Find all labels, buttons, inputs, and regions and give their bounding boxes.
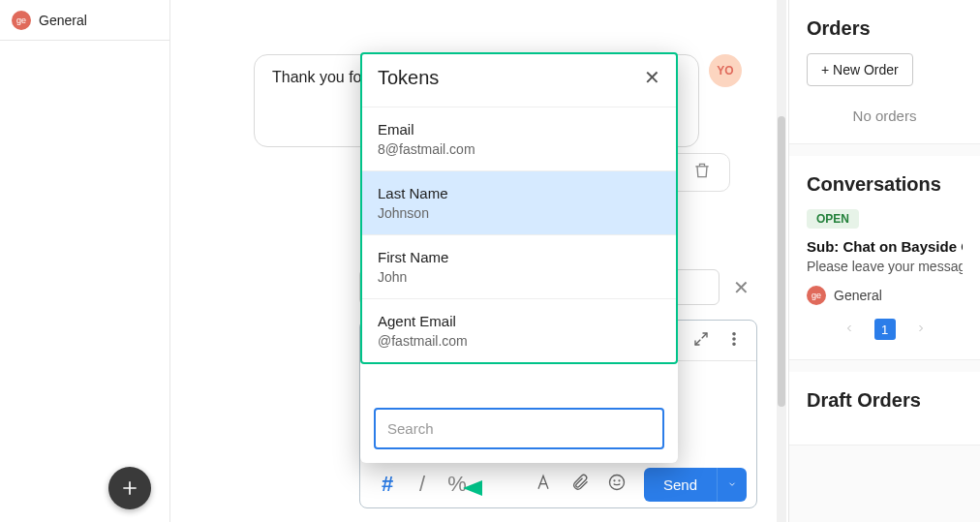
token-value: @fastmail.com <box>378 333 660 349</box>
token-item-email[interactable]: Email 8@fastmail.com <box>362 107 676 170</box>
center-panel: Thank you for contacting us! What can I … <box>170 0 788 522</box>
pager-current[interactable]: 1 <box>874 319 896 340</box>
pager-next-icon[interactable] <box>915 321 927 338</box>
fab-add-button[interactable] <box>108 467 151 509</box>
send-caret-button[interactable] <box>717 468 747 502</box>
conversation-meta: ge General <box>807 286 963 305</box>
slash-command-button[interactable]: / <box>411 467 434 502</box>
compose-toolbar-bottom: # / % Send <box>360 461 756 507</box>
conversation-subject: Sub: Chat on Bayside Cl <box>807 238 963 255</box>
tokens-inner: Tokens ✕ Email 8@fastmail.com Last Name … <box>360 52 678 364</box>
conversations-section: Conversations OPEN Sub: Chat on Bayside … <box>789 156 980 360</box>
sidebar-header[interactable]: ge General <box>0 0 169 41</box>
tokens-close-icon[interactable]: ✕ <box>644 66 660 89</box>
token-list: Email 8@fastmail.com Last Name Johnson F… <box>362 107 676 362</box>
svg-point-7 <box>609 476 624 490</box>
svg-point-6 <box>733 343 735 345</box>
token-item-lastname[interactable]: Last Name Johnson <box>362 170 676 234</box>
right-panel: Orders + New Order No orders Conversatio… <box>788 0 980 522</box>
hash-token-button[interactable]: # <box>376 467 399 502</box>
tokens-popover: Tokens ✕ Email 8@fastmail.com Last Name … <box>360 52 678 463</box>
send-button[interactable]: Send <box>644 468 717 502</box>
conversation-preview: Please leave your messag <box>807 259 963 274</box>
send-group: Send <box>644 468 747 502</box>
tokens-title: Tokens <box>378 67 439 89</box>
left-sidebar: ge General <box>0 0 170 522</box>
new-order-button[interactable]: + New Order <box>807 53 913 86</box>
channel-label: General <box>39 13 87 28</box>
expand-icon[interactable] <box>692 330 710 352</box>
conversation-card[interactable]: OPEN Sub: Chat on Bayside Cl Please leav… <box>807 209 963 305</box>
svg-point-4 <box>733 332 735 334</box>
attachment-icon[interactable] <box>570 473 590 496</box>
svg-point-9 <box>619 480 620 481</box>
token-value: John <box>378 269 660 285</box>
scrollbar-thumb[interactable] <box>778 116 785 407</box>
text-format-icon[interactable] <box>534 473 553 496</box>
tokens-search-input[interactable] <box>374 408 664 449</box>
channel-badge: ge <box>807 286 826 305</box>
orders-title: Orders <box>807 17 963 40</box>
pager-prev-icon[interactable] <box>843 321 855 338</box>
conversations-title: Conversations <box>807 173 963 196</box>
channel-badge: ge <box>12 11 31 30</box>
token-label: First Name <box>378 249 660 265</box>
draft-orders-title: Draft Orders <box>807 389 963 412</box>
token-label: Email <box>378 121 660 138</box>
svg-point-8 <box>614 480 615 481</box>
chat-avatar: YO <box>709 54 742 87</box>
delete-icon[interactable] <box>692 161 712 184</box>
token-item-agentemail[interactable]: Agent Email @fastmail.com <box>362 298 676 362</box>
token-label: Last Name <box>378 185 660 201</box>
open-badge: OPEN <box>807 209 859 229</box>
orders-section: Orders + New Order No orders <box>789 0 980 144</box>
more-icon[interactable] <box>725 330 743 352</box>
draft-orders-section: Draft Orders <box>789 372 980 445</box>
no-orders-text: No orders <box>807 107 963 124</box>
token-value: 8@fastmail.com <box>378 141 660 157</box>
conversation-channel-label: General <box>834 288 882 303</box>
token-value: Johnson <box>378 205 660 221</box>
pager: 1 <box>807 319 963 340</box>
token-item-firstname[interactable]: First Name John <box>362 234 676 298</box>
emoji-icon[interactable] <box>607 473 627 496</box>
center-scrollbar[interactable] <box>777 0 786 522</box>
svg-point-5 <box>733 337 735 339</box>
plus-icon <box>120 478 139 498</box>
percent-token-button[interactable]: % <box>445 467 469 502</box>
snooze-close-icon[interactable]: ✕ <box>733 276 750 299</box>
token-label: Agent Email <box>378 313 660 329</box>
